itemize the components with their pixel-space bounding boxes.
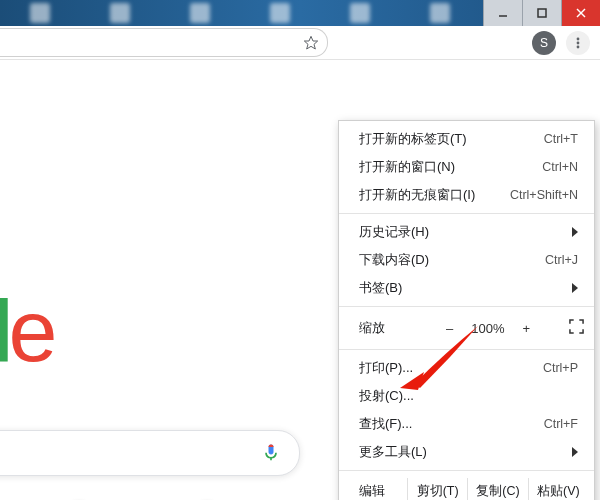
zoom-level: 100% <box>471 321 504 336</box>
menu-edit: 编辑 剪切(T) 复制(C) 粘贴(V) <box>339 475 594 500</box>
svg-marker-10 <box>572 447 578 457</box>
edit-copy-button[interactable]: 复制(C) <box>467 478 527 501</box>
menu-cast[interactable]: 投射(C)... <box>339 382 594 410</box>
bookmark-star-icon[interactable] <box>303 35 319 51</box>
maximize-button[interactable] <box>522 0 561 26</box>
svg-marker-9 <box>572 283 578 293</box>
profile-avatar[interactable]: S <box>532 31 556 55</box>
menu-new-incognito[interactable]: 打开新的无痕窗口(I) Ctrl+Shift+N <box>339 181 594 209</box>
edit-cut-button[interactable]: 剪切(T) <box>407 478 467 501</box>
window-controls <box>483 0 600 26</box>
browser-toolbar: S <box>0 26 600 60</box>
zoom-in-button[interactable]: + <box>522 321 530 336</box>
address-bar[interactable] <box>0 28 328 57</box>
chevron-right-icon <box>572 283 578 293</box>
zoom-out-button[interactable]: – <box>446 321 453 336</box>
chevron-right-icon <box>572 227 578 237</box>
svg-rect-1 <box>538 9 546 17</box>
desktop-strip <box>0 0 600 26</box>
menu-zoom: 缩放 – 100% + <box>339 311 594 345</box>
menu-find[interactable]: 查找(F)... Ctrl+F <box>339 410 594 438</box>
chevron-right-icon <box>572 447 578 457</box>
menu-history[interactable]: 历史记录(H) <box>339 218 594 246</box>
close-button[interactable] <box>561 0 600 26</box>
main-menu-button[interactable] <box>566 31 590 55</box>
svg-point-7 <box>577 45 580 48</box>
main-menu: 打开新的标签页(T) Ctrl+T 打开新的窗口(N) Ctrl+N 打开新的无… <box>338 120 595 500</box>
menu-bookmarks[interactable]: 书签(B) <box>339 274 594 302</box>
menu-new-window[interactable]: 打开新的窗口(N) Ctrl+N <box>339 153 594 181</box>
svg-marker-8 <box>572 227 578 237</box>
menu-print[interactable]: 打印(P)... Ctrl+P <box>339 354 594 382</box>
menu-more-tools[interactable]: 更多工具(L) <box>339 438 594 466</box>
search-box[interactable] <box>0 430 300 476</box>
svg-point-5 <box>577 37 580 40</box>
kebab-icon <box>571 36 585 50</box>
google-logo: gle <box>0 280 52 382</box>
svg-point-6 <box>577 41 580 44</box>
svg-marker-4 <box>304 36 317 49</box>
minimize-button[interactable] <box>483 0 522 26</box>
menu-downloads[interactable]: 下载内容(D) Ctrl+J <box>339 246 594 274</box>
fullscreen-button[interactable] <box>569 319 584 337</box>
edit-paste-button[interactable]: 粘贴(V) <box>528 478 588 501</box>
menu-new-tab[interactable]: 打开新的标签页(T) Ctrl+T <box>339 125 594 153</box>
voice-search-icon[interactable] <box>261 442 281 465</box>
